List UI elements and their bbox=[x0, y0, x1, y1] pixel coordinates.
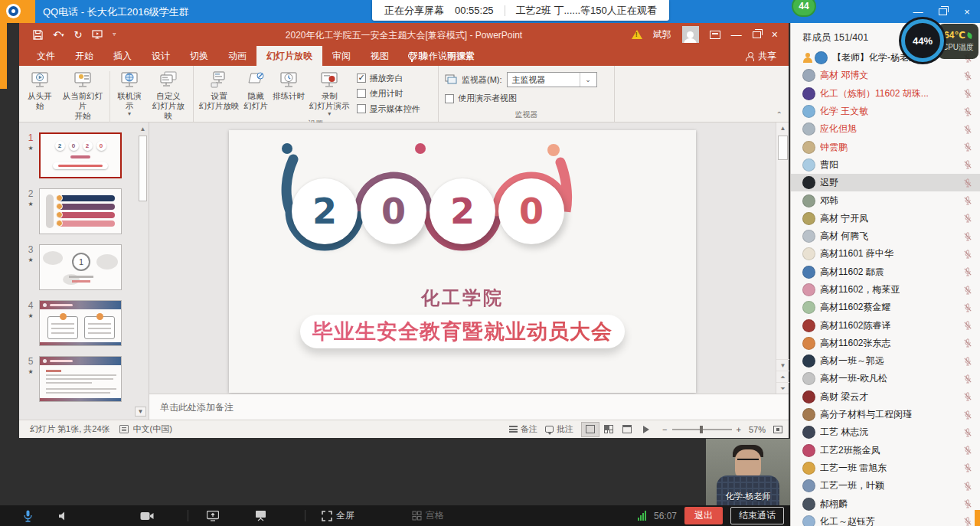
member-row[interactable]: 钟雲鹏 bbox=[791, 138, 980, 155]
account-avatar[interactable] bbox=[682, 26, 699, 43]
slide-thumbnail-3[interactable]: 3★ 1 bbox=[22, 244, 144, 290]
custom-slideshow-button[interactable]: 自定义 幻灯片放映 ▾ bbox=[147, 68, 190, 129]
member-row[interactable]: 郝栩麟 bbox=[791, 495, 980, 512]
monitor-select[interactable]: 主监视器 ⌄ bbox=[507, 72, 597, 87]
notes-toggle[interactable]: 备注 bbox=[509, 423, 537, 435]
customize-qat-icon[interactable]: ▿ bbox=[113, 31, 116, 38]
end-call-button[interactable]: 结束通话 bbox=[730, 507, 784, 524]
member-row[interactable]: 高材 邓博文 bbox=[791, 67, 980, 84]
member-row[interactable]: 化学 王文敏 bbox=[791, 103, 980, 120]
slide-thumbnail-panel[interactable]: 1★ 2 0 2 0 2★ bbox=[19, 123, 149, 420]
proofing-icon[interactable] bbox=[119, 425, 129, 433]
tab-视图[interactable]: 视图 bbox=[361, 46, 399, 66]
qq-restore-button[interactable] bbox=[936, 6, 949, 18]
panel-scroll-down-button[interactable]: ▼ bbox=[135, 407, 146, 417]
checkbox-show-media-controls[interactable]: 显示媒体控件 bbox=[357, 103, 420, 115]
ppt-minimize-button[interactable]: — bbox=[731, 28, 742, 41]
member-row[interactable]: 邓韩 bbox=[791, 191, 980, 209]
tab-审阅[interactable]: 审阅 bbox=[322, 46, 361, 66]
comments-toggle[interactable]: 批注 bbox=[545, 423, 573, 435]
tab-文件[interactable]: 文件 bbox=[27, 46, 65, 66]
account-name[interactable]: 斌郭 bbox=[653, 28, 671, 41]
ppt-maximize-button[interactable] bbox=[753, 28, 761, 41]
redo-icon[interactable]: ↻ bbox=[74, 30, 82, 40]
zoom-in-button[interactable]: + bbox=[737, 425, 741, 434]
ribbon-display-options-icon[interactable] bbox=[710, 31, 720, 39]
present-online-button[interactable]: 联机演示 ▾ bbox=[112, 68, 147, 129]
notes-placeholder[interactable]: 单击此处添加备注 bbox=[160, 401, 234, 414]
checkbox-use-timings[interactable]: 使用计时 bbox=[357, 88, 420, 100]
zoom-out-button[interactable]: − bbox=[662, 425, 667, 434]
next-slide-button[interactable]: ⏷ bbox=[776, 382, 789, 394]
microphone-button[interactable] bbox=[23, 505, 33, 526]
share-button[interactable]: 共享 bbox=[746, 46, 789, 66]
thumb-canvas-1[interactable]: 2 0 2 0 bbox=[39, 132, 122, 178]
member-row[interactable]: 工艺2班熊金凤 bbox=[791, 442, 980, 459]
from-beginning-button[interactable]: 从头开始 bbox=[22, 68, 57, 129]
tab-开始[interactable]: 开始 bbox=[65, 46, 103, 66]
slide-subtitle[interactable]: 化工学院 bbox=[229, 286, 696, 310]
share-screen-button[interactable] bbox=[207, 505, 219, 526]
grid-view-button[interactable]: 宫格 bbox=[412, 505, 444, 526]
zoom-slider[interactable] bbox=[672, 429, 732, 430]
whiteboard-button[interactable] bbox=[255, 505, 266, 526]
member-row[interactable]: 应化但旭 bbox=[791, 120, 980, 138]
member-row[interactable]: 高材11602，梅莱亚 bbox=[791, 281, 980, 299]
reading-view-button[interactable] bbox=[618, 422, 636, 437]
slide-thumbnail-4[interactable]: 4★ bbox=[22, 300, 144, 346]
slide-title-banner[interactable]: 毕业生安全教育暨就业动员大会 bbox=[300, 315, 625, 348]
webcam-video-thumbnail[interactable]: 化学-杨老师 bbox=[706, 439, 790, 505]
slide-editing-area[interactable]: 2 0 2 0 化工学院 毕业生安全教育暨就业动员大会 ▲ ▼ bbox=[149, 123, 789, 394]
member-list[interactable]: 【老师】化学-杨老师 高材 邓博文 化工（炼制）11602 胡珠... 化学 王… bbox=[791, 49, 980, 526]
member-row[interactable]: 工艺 林志沅 bbox=[791, 423, 980, 441]
scroll-up-icon[interactable]: ▲ bbox=[138, 124, 148, 134]
qq-close-button[interactable]: × bbox=[960, 6, 974, 18]
zoom-percentage[interactable]: 57% bbox=[749, 425, 766, 434]
member-row[interactable]: 高财 梁云才 bbox=[791, 388, 980, 406]
slide-thumbnail-5[interactable]: 5★ bbox=[22, 356, 144, 402]
slide-thumbnail-1[interactable]: 1★ 2 0 2 0 bbox=[22, 132, 144, 178]
panel-scrollbar[interactable]: ▲ bbox=[138, 124, 148, 216]
slide-canvas[interactable]: 2 0 2 0 化工学院 毕业生安全教育暨就业动员大会 bbox=[229, 130, 696, 393]
member-row[interactable]: 高材11601 薛中华 bbox=[791, 245, 980, 263]
checkbox-presenter-view[interactable]: 使用演示者视图 bbox=[445, 93, 614, 104]
member-row[interactable]: 迟野 bbox=[791, 174, 980, 191]
member-row[interactable]: 高材一班～郭远 bbox=[791, 352, 980, 370]
fit-to-window-icon[interactable] bbox=[773, 426, 782, 433]
member-row[interactable]: 高材11602蔡金耀 bbox=[791, 299, 980, 316]
ppt-close-button[interactable]: × bbox=[772, 28, 778, 41]
slide-area-scrollbar[interactable]: ▲ ▼ ⏶ ⏷ bbox=[776, 123, 789, 394]
member-row[interactable]: 化工～赵钰芳 bbox=[791, 513, 980, 526]
start-slideshow-icon[interactable] bbox=[92, 30, 103, 39]
slide-sorter-view-button[interactable] bbox=[599, 422, 618, 437]
tell-me-search[interactable]: 操作说明搜索 bbox=[399, 46, 484, 66]
tab-设计[interactable]: 设计 bbox=[142, 46, 180, 66]
cpu-usage-gauge[interactable]: 44% bbox=[901, 19, 944, 62]
hide-slide-button[interactable]: 隐藏 幻灯片 bbox=[242, 68, 271, 119]
member-row[interactable]: 高材 何腾飞 bbox=[791, 227, 980, 245]
fullscreen-button[interactable]: 全屏 bbox=[322, 505, 354, 526]
thumb-canvas-5[interactable] bbox=[39, 356, 122, 402]
member-row[interactable]: 高材11602陈睿译 bbox=[791, 316, 980, 334]
tab-切换[interactable]: 切换 bbox=[180, 46, 218, 66]
slideshow-view-button[interactable] bbox=[636, 422, 655, 437]
member-row[interactable]: 化工（炼制）11602 胡珠... bbox=[791, 85, 980, 103]
member-row[interactable]: 高材 宁开凤 bbox=[791, 210, 980, 227]
member-row[interactable]: 曹阳 bbox=[791, 156, 980, 174]
camera-button[interactable] bbox=[140, 505, 154, 526]
scroll-up-icon[interactable]: ▲ bbox=[776, 123, 789, 134]
collapse-ribbon-icon[interactable]: ⌃ bbox=[776, 110, 782, 119]
save-icon[interactable] bbox=[33, 30, 43, 40]
member-row[interactable]: 高材一班-欧凡松 bbox=[791, 370, 980, 387]
tab-插入[interactable]: 插入 bbox=[103, 46, 142, 66]
slide-thumbnail-2[interactable]: 2★ bbox=[22, 188, 144, 234]
tab-动画[interactable]: 动画 bbox=[218, 46, 256, 66]
slide-scroll-thumb[interactable] bbox=[778, 136, 788, 160]
previous-slide-button[interactable]: ⏶ bbox=[776, 371, 789, 382]
language-indicator[interactable]: 中文(中国) bbox=[133, 423, 172, 435]
normal-view-button[interactable] bbox=[581, 422, 599, 437]
screen-share-banner[interactable]: 正在分享屏幕 00:55:25 工艺2班 丁......等150人正在观看 bbox=[372, 0, 669, 21]
rehearse-timings-button[interactable]: 排练计时 bbox=[270, 68, 307, 119]
notification-badge[interactable]: 44 bbox=[792, 0, 816, 17]
member-row[interactable]: 高分子材料与工程闵瑾 bbox=[791, 406, 980, 423]
